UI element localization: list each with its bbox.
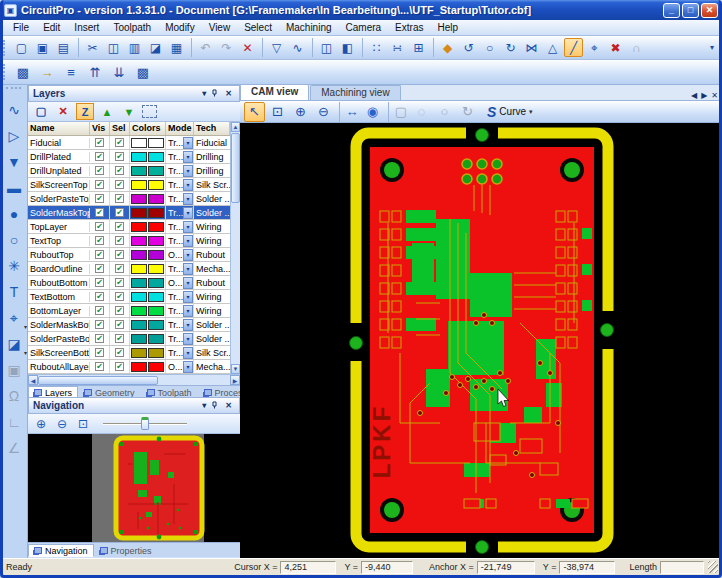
scroll-up-icon[interactable]: ▲ xyxy=(231,122,240,132)
visible-checkbox[interactable]: ✔ xyxy=(95,180,104,189)
flip-icon[interactable]: △ xyxy=(543,38,562,57)
draw-circle-icon[interactable]: ○ ▾ xyxy=(1,227,27,253)
move-object-icon[interactable]: ◧ xyxy=(338,38,357,57)
column-header[interactable]: Mode xyxy=(166,122,194,135)
fill-tool-icon[interactable]: ◆ xyxy=(433,38,457,57)
selectable-checkbox[interactable]: ✔ xyxy=(115,194,124,203)
menu-item[interactable]: Edit xyxy=(36,21,67,34)
tab-close-icon[interactable]: ✕ xyxy=(711,91,718,100)
layer-color-swatch[interactable] xyxy=(148,180,164,190)
process-wizard-icon[interactable]: ▩ xyxy=(132,62,154,83)
chevron-down-icon[interactable]: ▾ xyxy=(183,249,193,261)
visible-checkbox[interactable]: ✔ xyxy=(95,138,104,147)
draw-pattern-icon[interactable]: ✳ ▾ xyxy=(1,253,27,279)
close-button[interactable]: ✕ xyxy=(701,3,718,18)
layer-row[interactable]: SolderMaskTop ✔ ✔ Tr... ▾ Solder ... xyxy=(28,206,240,220)
move-tool-icon[interactable]: ⌖ ▾ xyxy=(1,305,27,331)
draw-circle-filled-icon[interactable]: ● ▾ xyxy=(1,201,27,227)
visible-checkbox[interactable]: ✔ xyxy=(95,152,104,161)
visible-checkbox[interactable]: ✔ xyxy=(95,292,104,301)
new-document-icon[interactable]: ▢ xyxy=(12,38,31,57)
visible-checkbox[interactable]: ✔ xyxy=(95,194,104,203)
menu-item[interactable]: Select xyxy=(237,21,279,34)
column-header[interactable]: Name xyxy=(28,122,90,135)
probe-tool-icon[interactable]: Ω ▾ xyxy=(1,383,27,409)
selectable-checkbox[interactable]: ✔ xyxy=(115,138,124,147)
pin-icon[interactable] xyxy=(209,89,222,99)
select-area-icon[interactable]: ▢ xyxy=(388,102,409,122)
mode-combobox[interactable]: O... ▾ xyxy=(166,360,194,373)
menu-item[interactable]: Toolpath xyxy=(106,21,158,34)
draw-polygon-icon[interactable]: ▽ xyxy=(262,38,286,57)
menu-item[interactable]: Insert xyxy=(67,21,106,34)
layer-row[interactable]: TextTop ✔ ✔ Tr... ▾ Wiring xyxy=(28,234,240,248)
layer-color-swatch[interactable] xyxy=(148,166,164,176)
layer-row[interactable]: RuboutAllLayer ✔ ✔ O... ▾ Mecha... xyxy=(28,360,240,374)
layer-up-icon[interactable]: ▲ xyxy=(98,103,116,120)
mode-combobox[interactable]: Tr... ▾ xyxy=(166,178,194,191)
frame-select-icon[interactable] xyxy=(142,105,157,118)
column-header[interactable]: Tech xyxy=(194,122,230,135)
nav-fit-icon[interactable]: ⊡ xyxy=(74,416,92,432)
select-tool-icon[interactable]: ↖ xyxy=(244,102,265,122)
import-icon[interactable]: → xyxy=(36,62,58,83)
mode-combobox[interactable]: Tr... ▾ xyxy=(166,346,194,359)
panel-tab[interactable]: Navigation xyxy=(28,544,94,557)
draw-rectangle-icon[interactable]: ▬ ▾ xyxy=(1,175,27,201)
print-icon[interactable]: ▦ xyxy=(167,38,186,57)
layer-color-swatch[interactable] xyxy=(131,138,147,148)
visible-checkbox[interactable]: ✔ xyxy=(95,320,104,329)
toolbar-overflow-icon[interactable]: ▾ xyxy=(710,43,714,52)
chevron-down-icon[interactable]: ▾ xyxy=(183,291,193,303)
layer-color-swatch[interactable] xyxy=(148,208,164,218)
mode-combobox[interactable]: Tr... ▾ xyxy=(166,136,194,149)
layer-color-swatch[interactable] xyxy=(131,320,147,330)
mode-combobox[interactable]: O... ▾ xyxy=(166,248,194,261)
selectable-checkbox[interactable]: ✔ xyxy=(115,250,124,259)
chevron-down-icon[interactable]: ▾ xyxy=(183,319,193,331)
save-icon[interactable]: ▤ xyxy=(54,38,73,57)
add-layer-icon[interactable]: ▢ xyxy=(32,103,50,120)
chevron-down-icon[interactable]: ▾ xyxy=(183,347,193,359)
nav-zoom-out-icon[interactable]: ⊖ xyxy=(53,416,71,432)
eraser-tool-icon[interactable]: ◪ ▾ xyxy=(1,331,27,357)
camera-image-icon[interactable]: ▣ ▾ xyxy=(1,357,27,383)
mode-combobox[interactable]: Tr... ▾ xyxy=(166,206,194,219)
zoom-out-tool-icon[interactable]: ⊖ xyxy=(313,102,334,122)
layer-row[interactable]: BoardOutline ✔ ✔ Tr... ▾ Mecha... xyxy=(28,262,240,276)
selectable-checkbox[interactable]: ✔ xyxy=(115,362,124,371)
pcb-canvas[interactable]: LPKF xyxy=(240,123,722,558)
layer-row[interactable]: BottomLayer ✔ ✔ Tr... ▾ Wiring xyxy=(28,304,240,318)
mode-combobox[interactable]: Tr... ▾ xyxy=(166,220,194,233)
layers-vertical-scrollbar[interactable]: ▲ ▼ xyxy=(230,122,240,374)
mode-combobox[interactable]: Tr... ▾ xyxy=(166,192,194,205)
layer-color-swatch[interactable] xyxy=(131,166,147,176)
chevron-down-icon[interactable]: ▾ xyxy=(183,333,193,345)
layer-color-swatch[interactable] xyxy=(131,362,147,372)
grab-tool-icon[interactable]: ◉ xyxy=(362,102,383,122)
toolbar-grip[interactable] xyxy=(3,64,7,80)
layer-color-swatch[interactable] xyxy=(131,152,147,162)
layer-color-swatch[interactable] xyxy=(131,278,147,288)
selectable-checkbox[interactable]: ✔ xyxy=(115,278,124,287)
layer-row[interactable]: SolderPasteTop ✔ ✔ Tr... ▾ Solder ... xyxy=(28,192,240,206)
chevron-down-icon[interactable]: ▾ xyxy=(183,207,193,219)
menu-item[interactable]: File xyxy=(6,21,36,34)
layer-row[interactable]: Fiducial ✔ ✔ Tr... ▾ Fiducial xyxy=(28,136,240,150)
draw-closed-polygon-icon[interactable]: ▼ ▾ xyxy=(1,149,27,175)
measure-icon[interactable]: ╱ xyxy=(564,38,583,57)
selectable-checkbox[interactable]: ✔ xyxy=(115,152,124,161)
navigation-preview[interactable] xyxy=(28,434,240,542)
menu-item[interactable]: Help xyxy=(430,21,465,34)
curve-tool-dropdown[interactable]: S Curve ▾ xyxy=(487,104,533,120)
distribute-icon[interactable]: ∺ xyxy=(388,38,407,57)
visible-checkbox[interactable]: ✔ xyxy=(95,208,104,217)
panel-tab[interactable]: Properties xyxy=(94,544,158,557)
layer-color-swatch[interactable] xyxy=(131,264,147,274)
visible-checkbox[interactable]: ✔ xyxy=(95,236,104,245)
copy-object-icon[interactable]: ◫ xyxy=(312,38,336,57)
fit-view-icon[interactable]: ⊡ xyxy=(267,102,288,122)
scroll-left-icon[interactable]: ◀ xyxy=(28,375,38,385)
chevron-down-icon[interactable]: ▾ xyxy=(183,221,193,233)
chevron-down-icon[interactable]: ▾ xyxy=(183,193,193,205)
